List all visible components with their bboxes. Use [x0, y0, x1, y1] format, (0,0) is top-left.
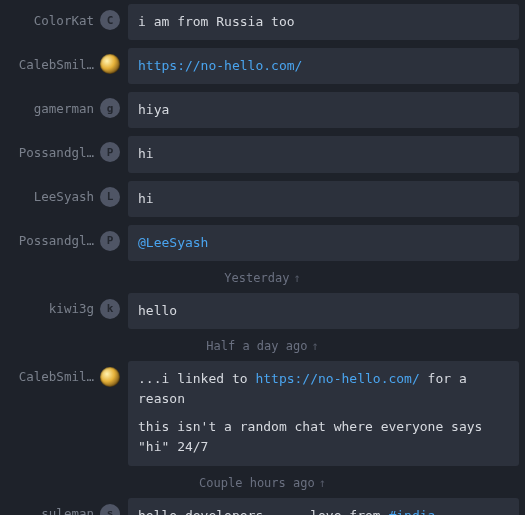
message-text: ...i linked to: [138, 371, 255, 386]
message-bubble: hello: [128, 293, 519, 329]
message-row: Possandgl…P@LeeSyash: [0, 221, 525, 265]
link[interactable]: https://no-hello.com/: [255, 371, 419, 386]
arrow-up-icon: ↑: [311, 339, 318, 353]
message-row: LeeSyashLhi: [0, 177, 525, 221]
avatar[interactable]: L: [100, 187, 120, 207]
avatar[interactable]: s: [100, 504, 120, 515]
message-author-block: CalebSmil…: [0, 48, 128, 74]
time-divider-label: Half a day ago: [206, 339, 307, 353]
message-line: i am from Russia too: [138, 12, 509, 32]
message-text: hiya: [138, 102, 169, 117]
message-author-block: Possandgl…P: [0, 225, 128, 251]
avatar[interactable]: C: [100, 10, 120, 30]
message-line: https://no-hello.com/: [138, 56, 509, 76]
message-bubble: ...i linked to https://no-hello.com/ for…: [128, 361, 519, 466]
message-author-block: kiwi3gk: [0, 293, 128, 319]
chat-log: ColorKatCi am from Russia tooCalebSmil…h…: [0, 0, 525, 515]
message-row: sulemanshello developers..... love from …: [0, 494, 525, 515]
message-bubble: https://no-hello.com/: [128, 48, 519, 84]
time-divider-label: Yesterday: [224, 271, 289, 285]
message-text: hi: [138, 191, 154, 206]
message-bubble: hi: [128, 181, 519, 217]
message-row: CalebSmil…https://no-hello.com/: [0, 44, 525, 88]
message-line: hi: [138, 144, 509, 164]
avatar[interactable]: [100, 367, 120, 387]
avatar[interactable]: [100, 54, 120, 74]
avatar[interactable]: g: [100, 98, 120, 118]
message-text: hello: [138, 303, 177, 318]
message-line: ...i linked to https://no-hello.com/ for…: [138, 369, 509, 409]
time-divider: Couple hours ago↑: [0, 470, 525, 494]
message-row: CalebSmil…...i linked to https://no-hell…: [0, 357, 525, 470]
message-author-block: ColorKatC: [0, 4, 128, 30]
username-label[interactable]: Possandgl…: [19, 233, 94, 248]
message-row: Possandgl…Phi: [0, 132, 525, 176]
avatar[interactable]: P: [100, 142, 120, 162]
message-author-block: gamermang: [0, 92, 128, 118]
message-bubble: hello developers..... love from #india@k…: [128, 498, 519, 515]
link[interactable]: https://no-hello.com/: [138, 58, 302, 73]
message-text: hello developers..... love from: [138, 508, 388, 515]
message-author-block: sulemans: [0, 498, 128, 515]
hashtag[interactable]: #india: [388, 508, 435, 515]
message-row: kiwi3gkhello: [0, 289, 525, 333]
message-text: i am from Russia too: [138, 14, 295, 29]
message-row: gamermanghiya: [0, 88, 525, 132]
arrow-up-icon: ↑: [293, 271, 300, 285]
message-author-block: Possandgl…P: [0, 136, 128, 162]
username-label[interactable]: ColorKat: [34, 13, 94, 28]
time-divider-label: Couple hours ago: [199, 476, 315, 490]
username-label[interactable]: CalebSmil…: [19, 369, 94, 384]
message-line: @LeeSyash: [138, 233, 509, 253]
mention[interactable]: @LeeSyash: [138, 235, 208, 250]
username-label[interactable]: gamerman: [34, 101, 94, 116]
message-bubble: hiya: [128, 92, 519, 128]
message-line: hello developers..... love from #india: [138, 506, 509, 515]
message-bubble: i am from Russia too: [128, 4, 519, 40]
arrow-up-icon: ↑: [319, 476, 326, 490]
message-line: hello: [138, 301, 509, 321]
message-line: hiya: [138, 100, 509, 120]
message-text: this isn't a random chat where everyone …: [138, 419, 482, 454]
username-label[interactable]: suleman: [41, 506, 94, 515]
avatar[interactable]: P: [100, 231, 120, 251]
time-divider: Yesterday↑: [0, 265, 525, 289]
message-row: ColorKatCi am from Russia too: [0, 0, 525, 44]
username-label[interactable]: Possandgl…: [19, 145, 94, 160]
avatar[interactable]: k: [100, 299, 120, 319]
message-text: hi: [138, 146, 154, 161]
message-author-block: CalebSmil…: [0, 361, 128, 387]
username-label[interactable]: LeeSyash: [34, 189, 94, 204]
message-line: this isn't a random chat where everyone …: [138, 417, 509, 457]
message-bubble: hi: [128, 136, 519, 172]
username-label[interactable]: kiwi3g: [49, 301, 94, 316]
time-divider: Half a day ago↑: [0, 333, 525, 357]
message-line: hi: [138, 189, 509, 209]
username-label[interactable]: CalebSmil…: [19, 57, 94, 72]
message-bubble: @LeeSyash: [128, 225, 519, 261]
message-author-block: LeeSyashL: [0, 181, 128, 207]
